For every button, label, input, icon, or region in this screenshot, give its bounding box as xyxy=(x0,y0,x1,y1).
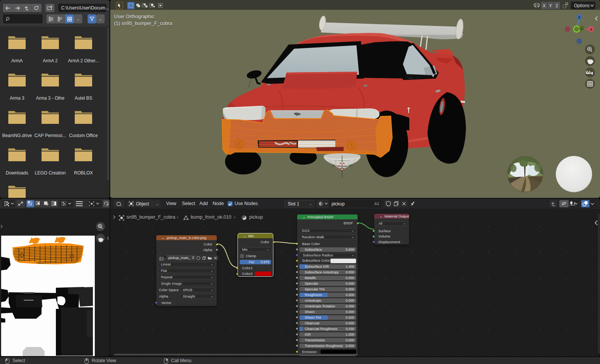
svg-text:Y: Y xyxy=(581,27,583,31)
svg-text:Options: Options xyxy=(574,3,589,8)
svg-text:Z: Z xyxy=(556,3,558,8)
svg-text:Z: Z xyxy=(578,15,580,19)
svg-text:X: X xyxy=(590,28,592,31)
svg-text:X: X xyxy=(543,3,545,8)
svg-text:Y: Y xyxy=(549,3,552,8)
